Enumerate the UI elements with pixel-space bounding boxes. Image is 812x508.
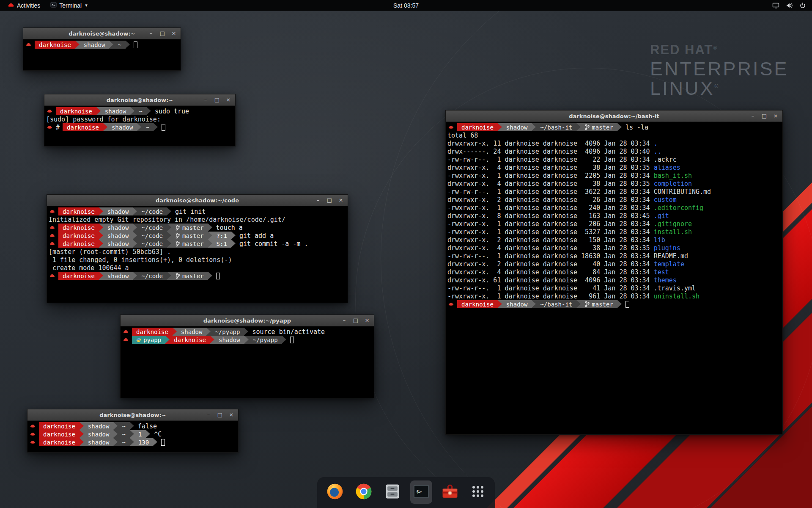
terminal-window[interactable]: darknoise@shadow:~–□×darknoiseshadow~fal… (27, 409, 239, 453)
terminal-window[interactable]: darknoise@shadow:~/bash-it–□×darknoisesh… (445, 110, 783, 435)
prompt-line: pyappdarknoiseshadow~/pyapp (122, 336, 374, 344)
toolbox-icon (441, 482, 459, 502)
close-button[interactable]: × (228, 412, 234, 418)
clock[interactable]: Sat 03:57 (393, 2, 419, 9)
powerline-arrow-icon (206, 328, 211, 336)
segment-label: ~/bash-it (540, 124, 572, 131)
powerline-arrow-icon (167, 207, 171, 215)
powerline-arrow-icon (153, 438, 157, 446)
minimize-button[interactable]: – (203, 97, 208, 103)
redhat-prompt-icon (123, 337, 129, 342)
powerline-arrow-icon (113, 438, 118, 446)
close-button[interactable]: × (364, 318, 370, 323)
prompt-segment-host: shadow (103, 272, 133, 280)
terminal-content[interactable]: darknoiseshadow~ (23, 39, 181, 70)
segment-label: ~/code (141, 208, 163, 215)
output-line: drwxrwxr-x. 4 darknoise darknoise 38 Jan… (447, 179, 782, 188)
powerline-arrow-icon (80, 430, 84, 438)
output-text: create mode 100644 a (49, 264, 129, 272)
window-controls: –□× (148, 28, 177, 39)
segment-label: shadow (219, 337, 240, 343)
maximize-button[interactable]: □ (214, 97, 220, 103)
window-titlebar[interactable]: darknoise@shadow:~/code–□× (47, 195, 348, 206)
output-text: -rw-rw-r--. 1 darknoise darknoise 41 Jan… (447, 284, 654, 292)
minimize-button[interactable]: – (750, 113, 756, 119)
terminal-window[interactable]: darknoise@shadow:~/pyapp–□×darknoiseshad… (120, 315, 374, 398)
app-menu[interactable]: Terminal ▾ (46, 0, 91, 11)
prompt-segment-user: darknoise (457, 300, 498, 308)
directory-name: lib (654, 236, 665, 244)
window-titlebar[interactable]: darknoise@shadow:~/bash-it–□× (446, 110, 782, 122)
segment-label: master (592, 124, 613, 131)
output-line: drwxrwxr-x. 2 darknoise darknoise 26 Jan… (447, 196, 782, 204)
directory-name: themes (654, 276, 677, 284)
terminal-content[interactable]: darknoiseshadow~falsedarknoiseshadow~1^C… (27, 421, 238, 452)
output-line: [master (root-commit) 50bcb63] . (49, 248, 348, 256)
output-line: [sudo] password for darknoise: (46, 115, 235, 123)
redhat-prompt-icon (49, 209, 55, 214)
prompt-segment-status: 130 (134, 438, 153, 446)
prompt-segment-user: darknoise (35, 41, 75, 49)
maximize-button[interactable]: □ (159, 30, 165, 36)
window-title: darknoise@shadow:~/pyapp (203, 318, 291, 324)
dock-chrome-button[interactable] (353, 480, 375, 504)
segment-label: darknoise (63, 232, 95, 239)
dock-firefox-button[interactable] (324, 480, 346, 504)
svg-text:$>: $> (416, 489, 422, 494)
prompt-segment-host: shadow (103, 240, 133, 248)
power-icon[interactable] (799, 2, 806, 9)
minimize-button[interactable]: – (206, 412, 211, 418)
output-line: drwxrwxr-x. 2 darknoise darknoise 40 Jan… (447, 260, 782, 268)
maximize-button[interactable]: □ (326, 197, 332, 203)
terminal-content[interactable]: darknoiseshadow~/codegit initInitialized… (47, 206, 348, 303)
window-titlebar[interactable]: darknoise@shadow:~–□× (27, 409, 238, 421)
command-text: ls -la (625, 124, 648, 131)
redhat-prompt-icon (49, 225, 55, 230)
directory-name: test (654, 268, 669, 276)
prompt-line: darknoiseshadow~false (29, 422, 238, 430)
dock-terminal-button[interactable]: $> (410, 480, 432, 504)
prompt-line: darknoiseshadow~/codemaster (49, 272, 348, 280)
powerline-arrow-icon (532, 123, 536, 131)
segment-label: shadow (107, 273, 129, 279)
maximize-button[interactable]: □ (217, 412, 223, 418)
segment-label: master (182, 224, 204, 231)
segment-label: ~/bash-it (540, 301, 572, 308)
minimize-button[interactable]: – (341, 318, 347, 323)
directory-name: . (654, 140, 658, 147)
terminal-window[interactable]: darknoise@shadow:~–□×darknoiseshadow~ (23, 28, 181, 71)
maximize-button[interactable]: □ (353, 318, 359, 323)
volume-icon[interactable] (786, 2, 793, 9)
dock-toolbox-button[interactable] (439, 480, 461, 504)
activities-button[interactable]: Activities (3, 0, 44, 11)
minimize-button[interactable]: – (148, 30, 154, 36)
app-menu-label: Terminal (59, 2, 82, 9)
minimize-button[interactable]: – (315, 197, 321, 203)
terminal-window[interactable]: darknoise@shadow:~/code–□×darknoiseshado… (47, 194, 348, 303)
output-line: 1 file changed, 0 insertions(+), 0 delet… (49, 256, 348, 264)
command-text: git init (175, 208, 206, 215)
output-text: CONTRIBUTING.md (654, 188, 711, 196)
close-button[interactable]: × (171, 30, 177, 36)
files-icon (383, 482, 402, 502)
window-title: darknoise@shadow:~/bash-it (569, 113, 659, 119)
window-titlebar[interactable]: darknoise@shadow:~–□× (23, 28, 181, 39)
window-titlebar[interactable]: darknoise@shadow:~–□× (44, 94, 235, 106)
terminal-content[interactable]: darknoiseshadow~/pyappsource bin/activat… (121, 326, 374, 398)
close-button[interactable]: × (773, 113, 779, 119)
segment-label: pyapp (143, 337, 161, 343)
terminal-content[interactable]: darknoiseshadow~sudo true[sudo] password… (44, 106, 235, 146)
dock-files-button[interactable] (381, 480, 403, 504)
terminal-window[interactable]: darknoise@shadow:~–□×darknoiseshadow~sud… (44, 94, 236, 146)
window-titlebar[interactable]: darknoise@shadow:~/pyapp–□× (121, 315, 374, 326)
dock-app-grid-button[interactable] (468, 481, 488, 503)
screen-icon[interactable] (772, 2, 779, 9)
output-text: -rw-rw-r--. 1 darknoise darknoise 3622 J… (447, 188, 654, 196)
output-text: README.md (654, 252, 688, 260)
maximize-button[interactable]: □ (761, 113, 767, 119)
segment-label: darknoise (43, 423, 75, 430)
close-button[interactable]: × (225, 97, 231, 103)
prompt-segment-git: master (581, 123, 617, 131)
close-button[interactable]: × (338, 197, 344, 203)
terminal-content[interactable]: darknoiseshadow~/bash-itmasterls -latota… (446, 122, 782, 434)
